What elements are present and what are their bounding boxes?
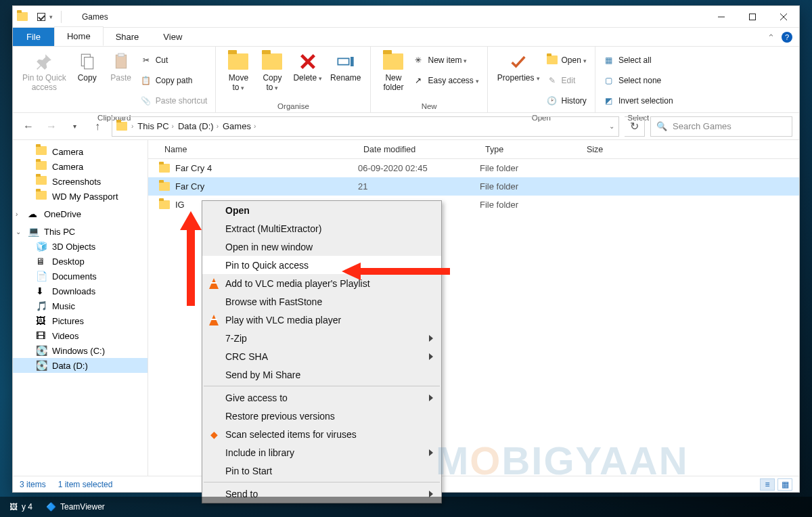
edit-button[interactable]: ✎Edit [547, 71, 587, 89]
address-dropdown-icon[interactable]: ⌄ [609, 122, 614, 130]
ctx-faststone[interactable]: Browse with FastStone [202, 292, 441, 311]
ctx-mi-share[interactable]: Send by Mi Share [202, 365, 441, 384]
sidebar-item[interactable]: 🖥Desktop [13, 254, 148, 269]
qat-checkbox-icon[interactable] [37, 13, 45, 21]
new-item-button[interactable]: ✳New item [413, 51, 478, 69]
ctx-extract[interactable]: Extract (MultiExtractor) [202, 219, 441, 238]
edit-icon: ✎ [547, 75, 558, 86]
sidebar-item[interactable]: 💽Windows (C:) [13, 343, 148, 358]
search-input[interactable]: 🔍 Search Games [650, 116, 792, 137]
back-button[interactable]: ← [20, 118, 37, 135]
copy-path-button[interactable]: 📋Copy path [141, 71, 208, 89]
column-headers[interactable]: ⌃ Name Date modified Type Size [148, 140, 799, 159]
select-none-button[interactable]: ▢Select none [604, 71, 673, 89]
recent-dropdown[interactable]: ▾ [66, 118, 83, 135]
sidebar-item-label: Pictures [52, 316, 84, 326]
ctx-pin-start[interactable]: Pin to Start [202, 462, 441, 480]
ctx-open-new-window[interactable]: Open in new window [202, 238, 441, 256]
ctx-vlc-add[interactable]: Add to VLC media player's Playlist [202, 274, 441, 292]
sidebar-item[interactable]: ›☁OneDrive [13, 206, 148, 221]
sidebar-item[interactable]: 📄Documents [13, 269, 148, 284]
taskbar-item[interactable]: 🖼y 4 [4, 497, 38, 517]
group-clipboard: Pin to Quick access Copy Paste ✂Cut 📋Cop… [13, 47, 216, 112]
copy-to-button[interactable]: Copy to [255, 48, 289, 95]
svg-rect-3 [116, 55, 126, 68]
drive-icon: 💽 [36, 345, 47, 356]
file-type: File folder [480, 163, 581, 173]
refresh-button[interactable]: ↻ [625, 116, 645, 137]
properties-button[interactable]: Properties [493, 48, 544, 86]
sidebar-item[interactable]: 🎞Videos [13, 328, 148, 343]
icons-view-button[interactable]: ▦ [777, 478, 792, 491]
vlc-icon [208, 314, 220, 326]
breadcrumb[interactable]: Data (D:)› [178, 121, 219, 131]
rename-button[interactable]: Rename [326, 48, 365, 86]
cut-button[interactable]: ✂Cut [141, 51, 208, 69]
up-button[interactable]: ↑ [89, 118, 106, 135]
ctx-include-library[interactable]: Include in library [202, 443, 441, 462]
ctx-7zip[interactable]: 7-Zip [202, 329, 441, 347]
paste-shortcut-button[interactable]: 📎Paste shortcut [141, 91, 208, 110]
tab-share[interactable]: Share [104, 28, 152, 46]
close-button[interactable] [768, 6, 799, 27]
file-row[interactable]: Far Cry 406-09-2020 02:45File folder [148, 159, 799, 177]
collapse-ribbon-icon[interactable]: ⌃ [767, 32, 775, 43]
ctx-open[interactable]: Open [202, 201, 441, 219]
nav-tree[interactable]: CameraCameraScreenshotsWD My Passport›☁O… [13, 140, 148, 476]
sidebar-item[interactable]: WD My Passport [13, 189, 148, 204]
vlc-icon [208, 277, 220, 290]
folder-icon [36, 161, 47, 172]
delete-button[interactable]: Delete [289, 48, 326, 86]
open-button[interactable]: Open [547, 51, 587, 69]
ctx-pin-quick-access[interactable]: Pin to Quick access [202, 256, 441, 274]
ctx-vlc-play[interactable]: Play with VLC media player [202, 311, 441, 329]
sidebar-item[interactable]: ⌄💻This PC [13, 224, 148, 239]
pin-quick-access-button[interactable]: Pin to Quick access [18, 48, 70, 95]
sidebar-item[interactable]: 🖼Pictures [13, 313, 148, 328]
sidebar-item-label: Data (D:) [52, 361, 88, 371]
qat-dropdown-icon[interactable]: ▾ [48, 14, 54, 20]
address-bar[interactable]: › This PC› Data (D:)› Games› ⌄ [112, 116, 619, 137]
maximize-button[interactable] [737, 6, 768, 27]
rename-icon [335, 51, 357, 72]
history-button[interactable]: 🕑History [547, 91, 587, 110]
easy-access-button[interactable]: ↗Easy access [413, 71, 478, 89]
nav-bar: ← → ▾ ↑ › This PC› Data (D:)› Games› ⌄ ↻… [13, 113, 799, 140]
ctx-scan-viruses[interactable]: ◆Scan selected items for viruses [202, 425, 441, 443]
col-name[interactable]: Name [154, 145, 363, 154]
sidebar-item[interactable]: ⬇Downloads [13, 284, 148, 298]
col-date[interactable]: Date modified [363, 145, 485, 154]
tab-file[interactable]: File [13, 28, 54, 46]
easy-access-icon: ↗ [413, 75, 424, 86]
taskbar-item[interactable]: 🔷TeamViewer [41, 497, 110, 517]
forward-button[interactable]: → [43, 118, 60, 135]
sidebar-item[interactable]: Camera [13, 159, 148, 174]
copy-button[interactable]: Copy [70, 48, 104, 86]
paste-button[interactable]: Paste [104, 48, 138, 86]
help-icon[interactable]: ? [782, 32, 792, 43]
move-to-button[interactable]: Move to [221, 48, 255, 95]
ctx-restore-versions[interactable]: Restore previous versions [202, 407, 441, 425]
col-size[interactable]: Size [587, 145, 654, 154]
tab-view[interactable]: View [151, 28, 194, 46]
file-row[interactable]: Far Cry21File folder [148, 177, 799, 196]
select-all-button[interactable]: ▦Select all [604, 51, 673, 69]
svg-rect-4 [118, 53, 124, 56]
details-view-button[interactable]: ≡ [760, 478, 775, 491]
sidebar-item[interactable]: 💽Data (D:) [13, 358, 148, 373]
ctx-give-access[interactable]: Give access to [202, 388, 441, 407]
sidebar-item[interactable]: 🧊3D Objects [13, 239, 148, 254]
sidebar-item[interactable]: Camera [13, 144, 148, 159]
breadcrumb[interactable]: This PC› [137, 121, 174, 131]
breadcrumb[interactable]: Games› [223, 121, 256, 131]
sidebar-item[interactable]: Screenshots [13, 174, 148, 189]
sidebar-item[interactable]: 🎵Music [13, 298, 148, 313]
new-folder-button[interactable]: New folder [376, 48, 410, 95]
ctx-crc-sha[interactable]: CRC SHA [202, 347, 441, 365]
invert-selection-button[interactable]: ◩Invert selection [604, 91, 673, 110]
col-type[interactable]: Type [485, 145, 587, 154]
tab-home[interactable]: Home [54, 26, 104, 46]
minimize-button[interactable] [706, 6, 737, 27]
folder-icon [36, 176, 47, 187]
folder-icon [228, 53, 248, 70]
